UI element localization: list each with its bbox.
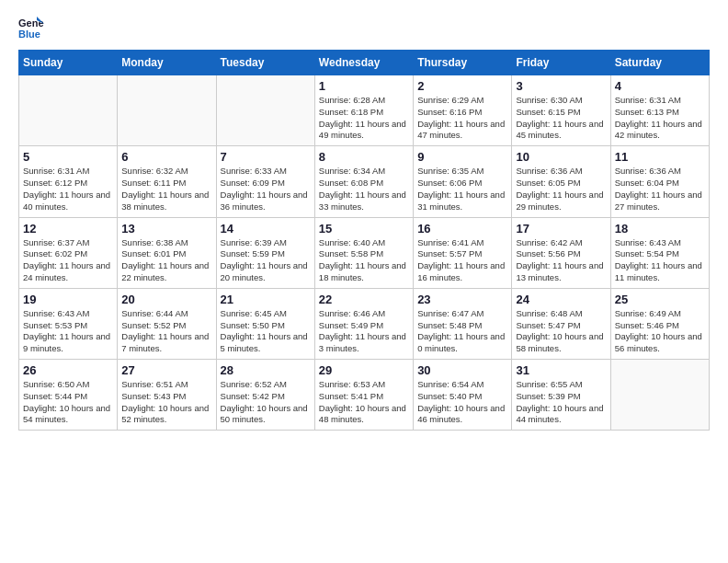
day-info: Sunrise: 6:35 AM Sunset: 6:06 PM Dayligh… bbox=[417, 166, 507, 213]
day-number: 22 bbox=[319, 293, 409, 306]
weekday-header: Tuesday bbox=[216, 51, 314, 75]
day-info: Sunrise: 6:55 AM Sunset: 5:39 PM Dayligh… bbox=[516, 379, 606, 426]
day-number: 2 bbox=[417, 79, 507, 93]
calendar-week-row: 26Sunrise: 6:50 AM Sunset: 5:44 PM Dayli… bbox=[19, 360, 710, 431]
day-number: 29 bbox=[319, 363, 409, 377]
calendar-cell: 30Sunrise: 6:54 AM Sunset: 5:40 PM Dayli… bbox=[414, 360, 512, 431]
calendar-cell: 2Sunrise: 6:29 AM Sunset: 6:16 PM Daylig… bbox=[414, 75, 512, 146]
day-number: 24 bbox=[516, 293, 606, 306]
calendar-cell: 26Sunrise: 6:50 AM Sunset: 5:44 PM Dayli… bbox=[19, 360, 118, 431]
calendar-cell: 12Sunrise: 6:37 AM Sunset: 6:02 PM Dayli… bbox=[19, 217, 118, 288]
calendar-header-row: SundayMondayTuesdayWednesdayThursdayFrid… bbox=[19, 51, 710, 75]
day-info: Sunrise: 6:47 AM Sunset: 5:48 PM Dayligh… bbox=[417, 308, 507, 355]
day-info: Sunrise: 6:30 AM Sunset: 6:15 PM Dayligh… bbox=[516, 95, 606, 142]
day-number: 13 bbox=[121, 222, 211, 236]
day-info: Sunrise: 6:29 AM Sunset: 6:16 PM Dayligh… bbox=[417, 95, 507, 142]
day-number: 1 bbox=[319, 79, 409, 93]
weekday-header: Saturday bbox=[610, 51, 709, 75]
calendar-table: SundayMondayTuesdayWednesdayThursdayFrid… bbox=[18, 50, 710, 431]
day-info: Sunrise: 6:45 AM Sunset: 5:50 PM Dayligh… bbox=[221, 308, 311, 355]
day-number: 16 bbox=[417, 222, 507, 236]
page-container: General Blue SundayMondayTuesdayWednesda… bbox=[0, 0, 728, 445]
logo: General Blue bbox=[18, 15, 48, 40]
calendar-cell: 14Sunrise: 6:39 AM Sunset: 5:59 PM Dayli… bbox=[216, 217, 314, 288]
day-info: Sunrise: 6:53 AM Sunset: 5:41 PM Dayligh… bbox=[319, 379, 409, 426]
logo-icon: General Blue bbox=[18, 15, 44, 40]
day-number: 5 bbox=[23, 150, 113, 164]
day-info: Sunrise: 6:51 AM Sunset: 5:43 PM Dayligh… bbox=[121, 379, 211, 426]
day-info: Sunrise: 6:46 AM Sunset: 5:49 PM Dayligh… bbox=[319, 308, 409, 355]
day-number: 10 bbox=[516, 150, 606, 164]
day-info: Sunrise: 6:48 AM Sunset: 5:47 PM Dayligh… bbox=[516, 308, 606, 355]
calendar-week-row: 1Sunrise: 6:28 AM Sunset: 6:18 PM Daylig… bbox=[19, 75, 710, 146]
calendar-cell: 17Sunrise: 6:42 AM Sunset: 5:56 PM Dayli… bbox=[512, 217, 610, 288]
day-number: 23 bbox=[417, 293, 507, 306]
svg-text:Blue: Blue bbox=[18, 29, 40, 40]
calendar-cell bbox=[216, 75, 314, 146]
day-number: 18 bbox=[615, 222, 705, 236]
calendar-cell: 19Sunrise: 6:43 AM Sunset: 5:53 PM Dayli… bbox=[19, 288, 118, 359]
calendar-cell: 23Sunrise: 6:47 AM Sunset: 5:48 PM Dayli… bbox=[414, 288, 512, 359]
calendar-cell: 18Sunrise: 6:43 AM Sunset: 5:54 PM Dayli… bbox=[610, 217, 709, 288]
day-number: 19 bbox=[23, 293, 113, 306]
day-info: Sunrise: 6:54 AM Sunset: 5:40 PM Dayligh… bbox=[417, 379, 507, 426]
day-number: 6 bbox=[121, 150, 211, 164]
day-number: 20 bbox=[121, 293, 211, 306]
day-info: Sunrise: 6:41 AM Sunset: 5:57 PM Dayligh… bbox=[417, 237, 507, 284]
calendar-cell: 13Sunrise: 6:38 AM Sunset: 6:01 PM Dayli… bbox=[118, 217, 216, 288]
day-number: 11 bbox=[615, 150, 705, 164]
day-number: 15 bbox=[319, 222, 409, 236]
day-info: Sunrise: 6:42 AM Sunset: 5:56 PM Dayligh… bbox=[516, 237, 606, 284]
day-number: 3 bbox=[516, 79, 606, 93]
day-info: Sunrise: 6:40 AM Sunset: 5:58 PM Dayligh… bbox=[319, 237, 409, 284]
day-number: 7 bbox=[221, 150, 311, 164]
weekday-header: Wednesday bbox=[314, 51, 413, 75]
calendar-cell: 4Sunrise: 6:31 AM Sunset: 6:13 PM Daylig… bbox=[610, 75, 709, 146]
day-number: 28 bbox=[221, 363, 311, 377]
day-info: Sunrise: 6:52 AM Sunset: 5:42 PM Dayligh… bbox=[221, 379, 311, 426]
calendar-cell: 27Sunrise: 6:51 AM Sunset: 5:43 PM Dayli… bbox=[118, 360, 216, 431]
day-info: Sunrise: 6:34 AM Sunset: 6:08 PM Dayligh… bbox=[319, 166, 409, 213]
weekday-header: Friday bbox=[512, 51, 610, 75]
day-info: Sunrise: 6:43 AM Sunset: 5:54 PM Dayligh… bbox=[615, 237, 705, 284]
calendar-cell: 9Sunrise: 6:35 AM Sunset: 6:06 PM Daylig… bbox=[414, 146, 512, 217]
day-number: 17 bbox=[516, 222, 606, 236]
day-info: Sunrise: 6:44 AM Sunset: 5:52 PM Dayligh… bbox=[121, 308, 211, 355]
day-number: 25 bbox=[615, 293, 705, 306]
calendar-cell: 28Sunrise: 6:52 AM Sunset: 5:42 PM Dayli… bbox=[216, 360, 314, 431]
calendar-cell: 7Sunrise: 6:33 AM Sunset: 6:09 PM Daylig… bbox=[216, 146, 314, 217]
day-number: 12 bbox=[23, 222, 113, 236]
day-number: 26 bbox=[23, 363, 113, 377]
calendar-cell: 20Sunrise: 6:44 AM Sunset: 5:52 PM Dayli… bbox=[118, 288, 216, 359]
day-number: 30 bbox=[417, 363, 507, 377]
day-number: 31 bbox=[516, 363, 606, 377]
weekday-header: Monday bbox=[118, 51, 216, 75]
calendar-cell: 16Sunrise: 6:41 AM Sunset: 5:57 PM Dayli… bbox=[414, 217, 512, 288]
day-number: 14 bbox=[221, 222, 311, 236]
day-number: 8 bbox=[319, 150, 409, 164]
page-header: General Blue bbox=[18, 15, 710, 40]
calendar-cell: 8Sunrise: 6:34 AM Sunset: 6:08 PM Daylig… bbox=[314, 146, 413, 217]
calendar-cell: 29Sunrise: 6:53 AM Sunset: 5:41 PM Dayli… bbox=[314, 360, 413, 431]
calendar-cell bbox=[610, 360, 709, 431]
weekday-header: Sunday bbox=[19, 51, 118, 75]
calendar-cell: 31Sunrise: 6:55 AM Sunset: 5:39 PM Dayli… bbox=[512, 360, 610, 431]
calendar-cell: 25Sunrise: 6:49 AM Sunset: 5:46 PM Dayli… bbox=[610, 288, 709, 359]
calendar-cell: 10Sunrise: 6:36 AM Sunset: 6:05 PM Dayli… bbox=[512, 146, 610, 217]
day-info: Sunrise: 6:33 AM Sunset: 6:09 PM Dayligh… bbox=[221, 166, 311, 213]
day-number: 27 bbox=[121, 363, 211, 377]
calendar-cell: 11Sunrise: 6:36 AM Sunset: 6:04 PM Dayli… bbox=[610, 146, 709, 217]
weekday-header: Thursday bbox=[414, 51, 512, 75]
calendar-cell: 5Sunrise: 6:31 AM Sunset: 6:12 PM Daylig… bbox=[19, 146, 118, 217]
day-info: Sunrise: 6:31 AM Sunset: 6:13 PM Dayligh… bbox=[615, 95, 705, 142]
calendar-cell: 21Sunrise: 6:45 AM Sunset: 5:50 PM Dayli… bbox=[216, 288, 314, 359]
day-info: Sunrise: 6:36 AM Sunset: 6:05 PM Dayligh… bbox=[516, 166, 606, 213]
calendar-cell: 1Sunrise: 6:28 AM Sunset: 6:18 PM Daylig… bbox=[314, 75, 413, 146]
calendar-cell: 22Sunrise: 6:46 AM Sunset: 5:49 PM Dayli… bbox=[314, 288, 413, 359]
calendar-week-row: 5Sunrise: 6:31 AM Sunset: 6:12 PM Daylig… bbox=[19, 146, 710, 217]
day-info: Sunrise: 6:43 AM Sunset: 5:53 PM Dayligh… bbox=[23, 308, 113, 355]
calendar-cell: 15Sunrise: 6:40 AM Sunset: 5:58 PM Dayli… bbox=[314, 217, 413, 288]
day-info: Sunrise: 6:50 AM Sunset: 5:44 PM Dayligh… bbox=[23, 379, 113, 426]
day-info: Sunrise: 6:38 AM Sunset: 6:01 PM Dayligh… bbox=[121, 237, 211, 284]
calendar-cell bbox=[118, 75, 216, 146]
